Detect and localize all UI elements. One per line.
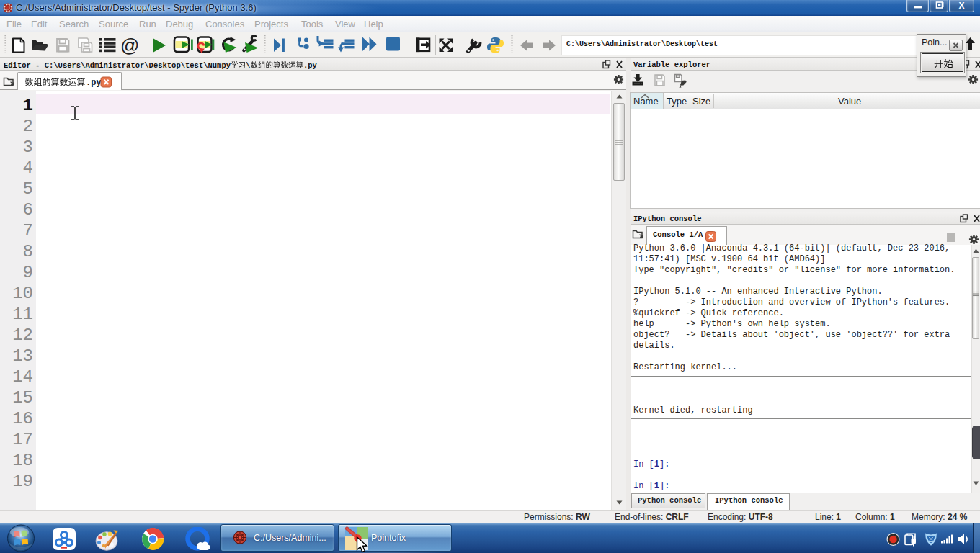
svg-text:Editor - C:\Users\Administrato: Editor - C:\Users\Administrator\Desktop\… [4,61,231,70]
svg-text:.py: .py [86,78,102,88]
svg-text:\: \ [246,61,250,70]
svg-text:.py: .py [303,61,318,70]
svg-text:X: X [958,1,964,11]
svg-text:@: @ [120,35,139,56]
